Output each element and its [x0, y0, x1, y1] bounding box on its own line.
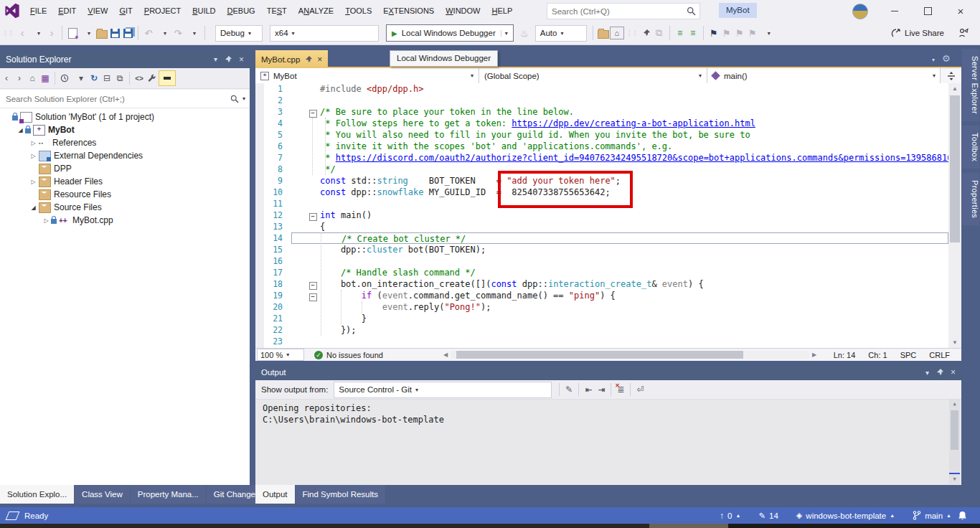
fold-collapse-icon[interactable]: −	[306, 209, 320, 221]
code-line-19[interactable]: 19− if (event.command.get_command_name()…	[255, 290, 948, 301]
refresh-icon[interactable]: ↻	[88, 70, 100, 86]
side-tab-server-explorer[interactable]: Server Explorer	[962, 49, 979, 121]
pending-changes-filter-icon[interactable]	[58, 70, 71, 86]
save-all-icon[interactable]	[121, 24, 134, 42]
fold-collapse-icon[interactable]: −	[306, 106, 320, 118]
menu-view[interactable]: VIEW	[82, 0, 113, 22]
expander-icon[interactable]: ▷	[29, 153, 38, 159]
code-lines[interactable]: 1#include <dpp/dpp.h>23−/* Be sure to pl…	[255, 83, 948, 348]
branch-button[interactable]: main ▲	[913, 511, 951, 520]
code-line-15[interactable]: 15 dpp::cluster bot(BOT_TOKEN);	[255, 244, 948, 255]
solution-name-badge[interactable]: MyBot	[719, 3, 757, 18]
redo-icon[interactable]: ↷	[171, 24, 184, 42]
solution-explorer-header[interactable]: Solution Explorer ▾ ×	[0, 50, 250, 68]
close-icon[interactable]: ×	[239, 55, 244, 65]
save-icon[interactable]	[108, 24, 121, 42]
new-item-icon[interactable]	[66, 24, 79, 42]
editor-settings-gear-icon[interactable]: ⚙	[942, 53, 951, 64]
editor-horizontal-scrollbar[interactable]: ◀ ▶	[440, 351, 819, 359]
word-wrap-icon[interactable]: ⏎	[633, 382, 646, 397]
menu-help[interactable]: HELP	[486, 0, 518, 22]
unsaved-edits-button[interactable]: ✎ 14	[758, 511, 778, 521]
scrollbar-thumb[interactable]	[950, 95, 960, 242]
find-in-files-icon[interactable]	[597, 24, 610, 42]
new-item-dropdown-icon[interactable]: ▾	[83, 24, 95, 42]
menu-project[interactable]: PROJECT	[138, 0, 187, 22]
view-code-icon[interactable]: <>	[133, 70, 146, 86]
nav-member-select[interactable]: main()▾	[707, 68, 941, 83]
output-header[interactable]: Output ▾ ×	[255, 364, 961, 380]
se-back-icon[interactable]: ‹	[0, 70, 13, 86]
code-line-23[interactable]: 23	[255, 336, 948, 347]
preview-selected-items-toggle[interactable]	[159, 70, 176, 86]
window-position-icon[interactable]: ▾	[214, 55, 217, 63]
expander-icon[interactable]: ◢	[16, 127, 25, 133]
code-editor[interactable]: 1#include <dpp/dpp.h>23−/* Be sure to pl…	[255, 83, 961, 348]
split-window-icon[interactable]	[940, 68, 961, 83]
solution-search-input[interactable]	[4, 94, 230, 104]
scroll-down-icon[interactable]: ▼	[948, 337, 961, 348]
navigate-back-dropdown-icon[interactable]: ▾	[32, 24, 45, 42]
pin-document-icon[interactable]	[640, 24, 653, 42]
menu-extensions[interactable]: EXTENSIONS	[377, 0, 440, 22]
bookmark-icon[interactable]: ⚑	[707, 24, 720, 42]
zoom-level-select[interactable]: 100 %▾	[257, 349, 304, 361]
hscrollbar-thumb[interactable]	[456, 351, 743, 359]
tree-item-solution-mybot-1-of-1-project-[interactable]: Solution 'MyBot' (1 of 1 project)	[0, 110, 250, 123]
expander-icon[interactable]: ▷	[29, 179, 38, 185]
pin-icon[interactable]	[225, 56, 232, 63]
dock-tab-class-view[interactable]: Class View	[75, 485, 130, 504]
watch-mode-select[interactable]: Auto▾	[535, 25, 587, 42]
scrollbar-thumb[interactable]	[951, 410, 958, 450]
scroll-up-icon[interactable]: ▲	[948, 83, 961, 94]
window-position-icon[interactable]: ▾	[925, 369, 929, 377]
clear-all-output-icon[interactable]: ≣✕	[614, 382, 627, 397]
menu-test[interactable]: TEST	[261, 0, 293, 22]
hot-reload-icon[interactable]: ♨	[518, 24, 531, 42]
scroll-up-icon[interactable]: ▲	[949, 400, 960, 409]
previous-bookmark-icon[interactable]: ⚑	[720, 24, 733, 42]
code-line-6[interactable]: 6 * invite it with the scopes 'bot' and …	[255, 141, 948, 152]
close-tab-icon[interactable]: ×	[317, 55, 322, 65]
code-line-4[interactable]: 4 * Follow steps here to get a token: ht…	[255, 118, 948, 129]
menu-tools[interactable]: TOOLS	[339, 0, 377, 22]
code-line-20[interactable]: 20 event.reply("Pong!");	[255, 301, 948, 313]
line-ending-indicator[interactable]: CRLF	[929, 351, 950, 359]
search-input[interactable]	[547, 7, 687, 16]
minimize-button[interactable]	[880, 0, 910, 22]
side-tab-properties[interactable]: Properties	[962, 173, 979, 225]
tree-item-header-files[interactable]: ▷Header Files	[0, 175, 250, 188]
dock-tab-find-symbol-results[interactable]: Find Symbol Results	[296, 485, 385, 504]
toolbar-drag-handle-icon[interactable]: ⋮⋮	[626, 29, 638, 37]
toolbar-drag-handle-icon[interactable]: ⋮⋮	[2, 29, 14, 37]
code-line-18[interactable]: 18− bot.on_interaction_create([](const d…	[255, 278, 948, 290]
expander-icon[interactable]: ▷	[29, 140, 38, 146]
code-line-5[interactable]: 5 * You will also need to fill in your g…	[255, 129, 948, 141]
repository-button[interactable]: ◈ windows-bot-template ▲	[796, 511, 895, 520]
feedback-icon[interactable]	[957, 24, 970, 42]
next-message-icon[interactable]: ⇥	[595, 382, 608, 397]
menu-analyze[interactable]: ANALYZE	[293, 0, 339, 22]
toolbar-overflow-icon[interactable]: ▾	[763, 24, 776, 42]
dock-tab-solution-explo-[interactable]: Solution Explo...	[0, 485, 74, 504]
indent-mode-indicator[interactable]: SPC	[900, 351, 917, 359]
decrease-indent-icon[interactable]: ≡	[674, 24, 687, 42]
navigate-back-icon[interactable]: ‹	[16, 24, 29, 42]
pin-tab-icon[interactable]	[305, 56, 312, 63]
undo-dropdown-icon[interactable]: ▾	[159, 24, 171, 42]
expander-icon[interactable]: ▷	[42, 217, 51, 224]
code-line-21[interactable]: 21 }	[255, 313, 948, 324]
menu-file[interactable]: FILE	[24, 0, 52, 22]
previous-message-icon[interactable]: ⇤	[582, 382, 595, 397]
collapse-all-icon[interactable]: ⊟	[100, 70, 113, 86]
redo-dropdown-icon[interactable]: ▾	[188, 24, 201, 42]
undo-icon[interactable]: ↶	[142, 24, 155, 42]
code-line-12[interactable]: 12−int main()	[255, 209, 948, 221]
se-forward-icon[interactable]: ›	[13, 70, 26, 86]
document-tab-mybot-cpp[interactable]: MyBot.cpp ×	[255, 50, 328, 68]
next-bookmark-icon[interactable]: ⚑	[733, 24, 746, 42]
open-file-icon[interactable]	[95, 24, 108, 42]
filter-dropdown-icon[interactable]: ▾	[75, 70, 88, 86]
close-window-button[interactable]: ×	[946, 0, 976, 22]
fold-collapse-icon[interactable]: −	[306, 278, 320, 290]
